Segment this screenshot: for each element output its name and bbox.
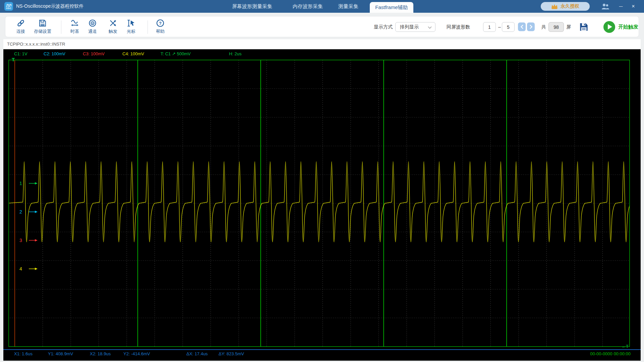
help-button[interactable]: ? 帮助 (150, 16, 171, 38)
grid-vertical (43, 60, 603, 347)
svg-text:4: 4 (19, 266, 22, 272)
storage-settings-button[interactable]: 存储设置 (32, 16, 53, 38)
channel-button[interactable]: 通道 (82, 16, 103, 38)
measurement-delta-x: ΔX: 17.4us (186, 351, 208, 356)
total-frames-input (548, 22, 564, 32)
total-label: 共 (541, 16, 546, 38)
close-button[interactable]: × (629, 0, 638, 13)
svg-text:?: ? (159, 21, 162, 26)
titlebar: OSC NS-Oscilloscope示波器程控软件 屏幕波形测量采集 内存波形… (0, 0, 644, 13)
app-logo-text: OSC (6, 7, 12, 9)
link-icon (16, 19, 25, 27)
frame-from-input[interactable] (483, 22, 496, 32)
connection-address-bar[interactable]: TCPIPO::x.x.x.x::inst0::INSTR (3, 39, 641, 49)
connection-address: TCPIPO::x.x.x.x::inst0::INSTR (7, 42, 65, 47)
oscilloscope-display: 1234T←T C1: 1VC2: 100mVC3: 100mVC4: 100m… (3, 49, 641, 361)
save-settings-icon (38, 19, 47, 27)
channel-marker-4: 4 (19, 266, 38, 272)
measurement-x2: X2: 18.9us (90, 351, 111, 356)
trigger-icon (109, 19, 117, 27)
app-logo-icon: OSC (4, 2, 13, 11)
toolbar: 连接 存储设置 时基 (5, 16, 639, 37)
channel-info-c3: C3: 100mV (83, 51, 105, 56)
statusbar-divider (3, 349, 641, 350)
help-icon: ? (156, 19, 165, 27)
waveform-display[interactable]: 1234T←T (3, 49, 641, 361)
display-mode-select[interactable]: 排列显示 (395, 22, 435, 32)
trigger-label: 触发 (109, 28, 117, 35)
help-label: 帮助 (156, 28, 165, 35)
timebase-icon (70, 19, 79, 27)
cursor-label: 光标 (127, 28, 135, 35)
range-separator: – (498, 16, 501, 38)
start-trigger-label: 开始触发 (618, 24, 638, 30)
connect-label: 连接 (16, 28, 25, 35)
measurement-x1: X1: 1.6us (14, 351, 33, 356)
waveform-path (9, 162, 632, 242)
storage-settings-label: 存储设置 (34, 28, 51, 35)
channel-info-c4: C4: 100mV (122, 51, 144, 56)
tab-screen-waveform-acquisition[interactable]: 屏幕波形测量采集 (229, 0, 276, 13)
next-page-button[interactable] (527, 22, 535, 31)
channel-info-c2: C2: 100mV (44, 51, 65, 56)
app-identity: OSC NS-Oscilloscope示波器程控软件 (4, 0, 83, 13)
svg-text:2: 2 (19, 209, 22, 215)
channel-label: 通道 (88, 28, 97, 35)
trigger-right-marker: ←T (622, 344, 629, 349)
measurement-y1: Y1: 408.9mV (48, 351, 73, 356)
license-badge-label: 永久授权 (561, 3, 579, 9)
toolbar-divider (148, 20, 148, 34)
svg-text:3: 3 (19, 238, 22, 243)
grid-horizontal (9, 89, 630, 318)
minimize-button[interactable]: ─ (617, 0, 625, 13)
toolbar-divider (61, 20, 61, 34)
total-unit-label: 屏 (566, 16, 571, 38)
start-trigger-button[interactable]: 开始触发 (603, 21, 638, 33)
svg-text:1: 1 (19, 181, 22, 186)
crown-icon (551, 4, 558, 9)
frame-to-input[interactable] (502, 22, 515, 32)
tab-measurement-acquisition[interactable]: 测量采集 (337, 0, 360, 13)
user-icon[interactable] (601, 3, 610, 10)
channel-marker-3: 3 (19, 238, 38, 243)
channel-info-c1: C1: 1V (14, 51, 27, 56)
display-mode-value: 排列显示 (400, 24, 419, 29)
waveforms-per-screen-label: 同屏波形数 (447, 16, 470, 38)
license-badge[interactable]: 永久授权 (541, 2, 590, 11)
cursor-icon (127, 19, 135, 27)
measurement-delta-y: ΔY: 823.5mV (219, 351, 244, 356)
display-mode-label: 显示方式 (374, 16, 393, 38)
channel-marker-1: 1 (19, 181, 38, 186)
chevron-left-icon (520, 24, 524, 29)
play-icon (603, 21, 615, 33)
measurement-y2: Y2: -414.6mV (123, 351, 150, 356)
cursor-button[interactable]: 光标 (120, 16, 142, 38)
channel-icon (88, 19, 97, 27)
timebase-label: 时基 (70, 28, 79, 35)
trigger-info: T: C1 ↗ 500mV (161, 51, 191, 56)
timestamp: 00-00-0000 00:00:00 (590, 351, 631, 356)
prev-page-button[interactable] (518, 22, 526, 31)
chevron-right-icon (529, 24, 533, 29)
trigger-top-marker: T (12, 57, 15, 62)
tab-fastframe-assist[interactable]: Fastframe辅助 (370, 2, 413, 13)
tab-memory-waveform-acquisition[interactable]: 内存波形采集 (290, 0, 325, 13)
app-title: NS-Oscilloscope示波器程控软件 (16, 3, 83, 9)
chevron-down-icon (428, 26, 432, 29)
save-waveform-icon[interactable] (579, 22, 589, 32)
horizontal-info: H: 2us (229, 51, 242, 56)
connect-button[interactable]: 连接 (10, 16, 32, 38)
app-window: OSC NS-Oscilloscope示波器程控软件 屏幕波形测量采集 内存波形… (0, 0, 644, 362)
